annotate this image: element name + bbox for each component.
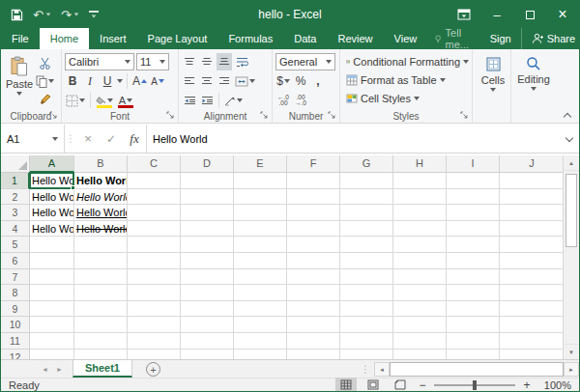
cell-G8[interactable] xyxy=(340,285,393,301)
row-header-6[interactable]: 6 xyxy=(1,253,30,269)
formula-input[interactable] xyxy=(147,125,560,153)
zoom-out-button[interactable]: − xyxy=(417,378,428,392)
name-box-caret-icon[interactable] xyxy=(52,137,58,141)
save-button[interactable] xyxy=(11,9,23,21)
cell-G6[interactable] xyxy=(340,253,393,269)
cell-H6[interactable] xyxy=(393,253,447,269)
cell-F1[interactable] xyxy=(287,173,340,189)
cell-B1[interactable]: Hello World xyxy=(74,173,128,189)
cell-D1[interactable] xyxy=(181,173,234,189)
cell-H10[interactable] xyxy=(393,317,447,333)
row-header-3[interactable]: 3 xyxy=(1,205,30,221)
row-header-12[interactable]: 12 xyxy=(1,350,30,359)
cell-E2[interactable] xyxy=(234,189,287,206)
tab-view[interactable]: View xyxy=(384,28,428,49)
column-header-B[interactable]: B xyxy=(74,155,128,173)
vertical-scrollbar[interactable]: ▲ ▼ xyxy=(563,155,579,359)
undo-dropdown-caret-icon[interactable] xyxy=(46,13,51,15)
tab-file[interactable]: File xyxy=(1,28,40,49)
cell-H8[interactable] xyxy=(393,285,447,301)
cell-C9[interactable] xyxy=(128,301,181,318)
row-header-9[interactable]: 9 xyxy=(1,301,30,318)
cell-E7[interactable] xyxy=(234,269,287,286)
cell-D9[interactable] xyxy=(181,301,234,318)
cell-styles-button[interactable]: Cell Styles xyxy=(346,89,469,107)
borders-button[interactable] xyxy=(65,92,86,109)
decrease-decimal-button[interactable]: .00→.0 xyxy=(293,92,308,109)
cell-C8[interactable] xyxy=(128,285,181,301)
paste-dropdown-caret-icon[interactable] xyxy=(16,92,22,96)
row-header-7[interactable]: 7 xyxy=(1,269,30,286)
cell-G1[interactable] xyxy=(340,173,393,189)
cell-I9[interactable] xyxy=(447,301,500,318)
tab-formulas[interactable]: Formulas xyxy=(218,28,283,49)
insert-function-button[interactable]: fx xyxy=(123,131,146,147)
cell-D8[interactable] xyxy=(181,285,234,301)
paste-button[interactable]: Paste xyxy=(4,52,35,108)
cell-I7[interactable] xyxy=(447,269,500,286)
cells-button[interactable]: Cells xyxy=(476,52,510,92)
cell-A5[interactable] xyxy=(30,237,74,253)
row-header-8[interactable]: 8 xyxy=(1,285,30,301)
cell-A9[interactable] xyxy=(30,301,74,318)
next-sheet-button[interactable]: ► xyxy=(56,366,63,373)
decrease-indent-button[interactable] xyxy=(182,92,197,109)
bottom-align-button[interactable] xyxy=(217,53,232,70)
cell-I6[interactable] xyxy=(447,253,500,269)
column-header-J[interactable]: J xyxy=(500,155,565,173)
cell-G9[interactable] xyxy=(340,301,393,318)
merge-center-button[interactable] xyxy=(234,72,256,90)
cell-B9[interactable] xyxy=(74,301,128,318)
cell-G2[interactable] xyxy=(340,189,393,206)
cell-F12[interactable] xyxy=(287,350,340,359)
cell-B6[interactable] xyxy=(74,253,128,269)
format-as-table-button[interactable]: Format as Table xyxy=(346,70,469,89)
cell-G11[interactable] xyxy=(340,333,393,350)
row-header-4[interactable]: 4 xyxy=(1,221,30,238)
cell-J6[interactable] xyxy=(500,253,565,269)
zoom-slider-thumb[interactable] xyxy=(473,380,477,390)
cell-J5[interactable] xyxy=(500,237,565,253)
cell-C2[interactable] xyxy=(128,189,181,206)
column-header-G[interactable]: G xyxy=(340,155,393,173)
column-header-A[interactable]: A xyxy=(30,155,74,173)
cell-B7[interactable] xyxy=(74,269,128,286)
number-format-select[interactable]: General xyxy=(276,53,335,70)
zoom-level[interactable]: 100% xyxy=(538,379,571,391)
select-all-button[interactable] xyxy=(1,155,30,173)
tab-data[interactable]: Data xyxy=(283,28,327,49)
cell-J12[interactable] xyxy=(500,350,565,359)
underline-button[interactable]: U xyxy=(100,72,115,90)
cell-H1[interactable] xyxy=(393,173,447,189)
orientation-button[interactable] xyxy=(223,92,244,109)
cell-E10[interactable] xyxy=(234,317,287,333)
cell-I5[interactable] xyxy=(447,237,500,253)
tab-splitter[interactable]: ⋮ xyxy=(357,364,374,375)
cell-G10[interactable] xyxy=(340,317,393,333)
cell-A8[interactable] xyxy=(30,285,74,301)
cell-J7[interactable] xyxy=(500,269,565,286)
redo-button[interactable]: ↷ xyxy=(61,8,79,22)
cell-I8[interactable] xyxy=(447,285,500,301)
cell-J10[interactable] xyxy=(500,317,565,333)
horizontal-scroll-thumb[interactable] xyxy=(390,362,564,377)
cell-B2[interactable]: Hello World xyxy=(74,189,128,206)
cell-C4[interactable] xyxy=(128,221,181,238)
wrap-text-button[interactable] xyxy=(234,53,249,70)
cell-G7[interactable] xyxy=(340,269,393,286)
font-color-button[interactable]: A xyxy=(116,92,135,109)
fill-color-button[interactable] xyxy=(95,92,114,109)
cell-D3[interactable] xyxy=(181,205,234,221)
cell-E3[interactable] xyxy=(234,205,287,221)
cell-C7[interactable] xyxy=(128,269,181,286)
cell-I10[interactable] xyxy=(447,317,500,333)
cell-A1[interactable]: Hello World xyxy=(30,173,74,189)
top-align-button[interactable] xyxy=(182,53,197,70)
cell-C6[interactable] xyxy=(128,253,181,269)
cell-J2[interactable] xyxy=(500,189,565,206)
page-break-view-button[interactable] xyxy=(390,378,411,392)
cell-E9[interactable] xyxy=(234,301,287,318)
cell-C5[interactable] xyxy=(128,237,181,253)
format-painter-button[interactable] xyxy=(35,91,55,108)
cell-B12[interactable] xyxy=(74,350,128,359)
